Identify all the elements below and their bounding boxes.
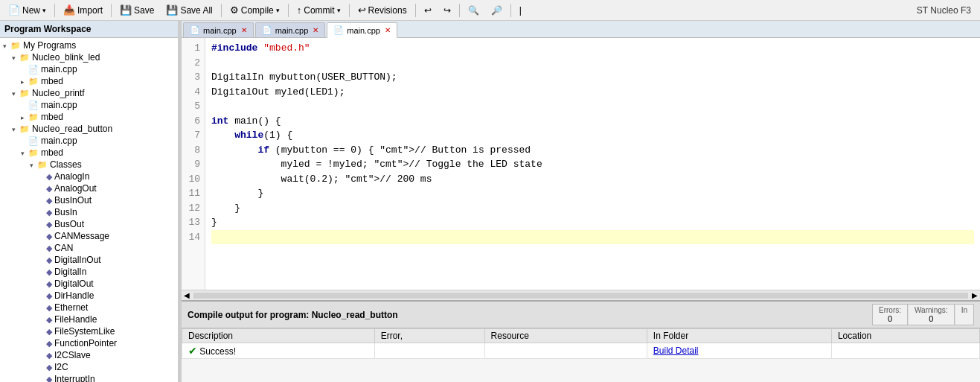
tree-item[interactable]: ▸📁mbed [0, 75, 178, 87]
tree-item[interactable]: ▸📁mbed [0, 111, 178, 123]
tree-item[interactable]: ◆I2C [0, 361, 178, 373]
tree-item[interactable]: ◆DigitalInOut [0, 254, 178, 266]
redo-button[interactable]: ↪ [438, 3, 456, 18]
tree-arrow: ▸ [21, 78, 28, 86]
output-table-row: ✔ Success!Build Detail [182, 343, 980, 359]
tree-icon: 📁 [28, 148, 39, 158]
tree-icon: ◆ [46, 255, 52, 265]
build-detail-link[interactable]: Build Detail [653, 346, 699, 356]
tree-icon: 📁 [28, 112, 39, 122]
code-content[interactable]: #include "mbed.h" DigitalIn mybutton(USE… [205, 38, 980, 290]
import-button[interactable]: 📥 Import [58, 2, 108, 18]
compile-button[interactable]: ⚙ Compile ▾ [225, 2, 285, 18]
find-button[interactable]: 🔎 [486, 3, 507, 18]
new-label: New [22, 5, 40, 16]
tree-item[interactable]: ▾📁Nucleo_read_button [0, 123, 178, 135]
editor-hscroll[interactable]: ◀ ▶ [182, 290, 980, 300]
in-counter: In [955, 305, 973, 325]
tree-item[interactable]: ◆FileHandle [0, 313, 178, 325]
tree-icon: 📁 [37, 160, 48, 170]
tree-item-label: DigitalInOut [54, 255, 101, 265]
hscroll-left-arrow[interactable]: ◀ [182, 291, 192, 299]
pipe-button[interactable]: | [514, 3, 527, 18]
tree-item[interactable]: ◆DigitalOut [0, 278, 178, 290]
sep5 [349, 4, 350, 17]
tree-item[interactable]: 📄main.cpp [0, 135, 178, 147]
tree-item[interactable]: ▾📁My Programs [0, 39, 178, 51]
code-editor[interactable]: 1234567891011121314 #include "mbed.h" Di… [182, 38, 980, 290]
code-line-5 [211, 99, 974, 114]
undo-button[interactable]: ↩ [419, 3, 437, 18]
hscroll-track[interactable] [193, 293, 968, 299]
compile-label: Compile [241, 5, 274, 16]
tree-item[interactable]: ◆BusInOut [0, 194, 178, 206]
tree-item[interactable]: ◆DirHandle [0, 290, 178, 302]
tree-item[interactable]: ◆BusOut [0, 218, 178, 230]
tree-icon: ◆ [46, 351, 52, 360]
tree-icon: 📁 [19, 89, 30, 98]
tree-arrow: ▾ [12, 90, 19, 98]
save-all-button[interactable]: 💾 Save All [161, 2, 217, 18]
editor-area: 📄main.cpp✕📄main.cpp✕📄main.cpp✕ 123456789… [182, 21, 980, 300]
sidebar-header-label: Program Workspace [4, 24, 92, 34]
tree-item[interactable]: ◆DigitalIn [0, 266, 178, 278]
tree-icon: 📄 [28, 101, 39, 110]
output-row-error [374, 343, 484, 359]
tree-icon: ◆ [46, 196, 52, 206]
new-icon: 📄 [8, 4, 20, 16]
tree-icon: ◆ [46, 267, 52, 277]
tree-item[interactable]: ◆CANMessage [0, 230, 178, 242]
tab-close-button[interactable]: ✕ [385, 26, 391, 34]
tree-arrow: ▾ [21, 150, 28, 157]
code-line-10: wait(0.2); "cmt">// 200 ms [211, 172, 974, 187]
errors-counter: Errors: 0 [873, 305, 908, 325]
tree-icon: ◆ [46, 315, 52, 325]
tab-close-button[interactable]: ✕ [241, 26, 247, 34]
sidebar: Program Workspace ▾📁My Programs▾📁Nucleo_… [0, 21, 179, 382]
hscroll-right-arrow[interactable]: ▶ [970, 291, 980, 299]
tab-1[interactable]: 📄main.cpp✕ [255, 22, 326, 37]
tree-item[interactable]: ◆FileSystemLike [0, 325, 178, 337]
output-header: Compile output for program: Nucleo_read_… [182, 302, 980, 328]
tab-close-button[interactable]: ✕ [313, 26, 318, 34]
sep7 [459, 4, 460, 17]
tree-item[interactable]: ◆I2CSlave [0, 349, 178, 361]
tree-item[interactable]: ◆Ethernet [0, 302, 178, 313]
tree-item-label: Nucleo_blink_led [32, 52, 100, 63]
sep4 [288, 4, 289, 17]
tree-item[interactable]: ◆AnalogOut [0, 182, 178, 194]
commit-label: Commit [304, 5, 334, 16]
search-button[interactable]: 🔍 [463, 3, 484, 18]
tree-item-label: CAN [54, 243, 73, 253]
compile-dropdown-arrow: ▾ [276, 7, 280, 14]
errors-value: 0 [879, 314, 901, 323]
save-all-icon: 💾 [166, 4, 178, 16]
tree-item[interactable]: ◆FunctionPointer [0, 337, 178, 349]
revisions-button[interactable]: ↩ Revisions [353, 2, 412, 18]
output-row-in-folder[interactable]: Build Detail [647, 343, 831, 359]
save-button[interactable]: 💾 Save [115, 2, 159, 18]
tree-item[interactable]: ◆InterruptIn [0, 373, 178, 382]
tree-item[interactable]: ▾📁Classes [0, 159, 178, 171]
tree-item[interactable]: ◆BusIn [0, 206, 178, 218]
sidebar-header: Program Workspace [0, 21, 178, 38]
tree-icon: ◆ [46, 363, 52, 372]
tree-item[interactable]: ◆CAN [0, 242, 178, 254]
tree-item[interactable]: ▾📁mbed [0, 147, 178, 159]
tree-item[interactable]: ◆AnalogIn [0, 171, 178, 182]
tree-item[interactable]: 📄main.cpp [0, 99, 178, 111]
code-line-14 [211, 230, 974, 245]
tab-label: main.cpp [203, 26, 237, 35]
new-button[interactable]: 📄 New ▾ [3, 2, 51, 18]
tree-item-label: Classes [50, 159, 82, 170]
commit-button[interactable]: ↑ Commit ▾ [292, 2, 346, 18]
tree-item[interactable]: ▾📁Nucleo_printf [0, 87, 178, 99]
tab-2[interactable]: 📄main.cpp✕ [327, 22, 397, 38]
tree-icon: ◆ [46, 279, 52, 289]
tree-item[interactable]: ▾📁Nucleo_blink_led [0, 51, 178, 63]
code-line-7: while(1) { [211, 128, 974, 143]
tree-item[interactable]: 📄main.cpp [0, 63, 178, 75]
tab-0[interactable]: 📄main.cpp✕ [183, 22, 254, 37]
tree-item-label: main.cpp [41, 64, 77, 74]
sidebar-tree[interactable]: ▾📁My Programs▾📁Nucleo_blink_led📄main.cpp… [0, 38, 178, 382]
